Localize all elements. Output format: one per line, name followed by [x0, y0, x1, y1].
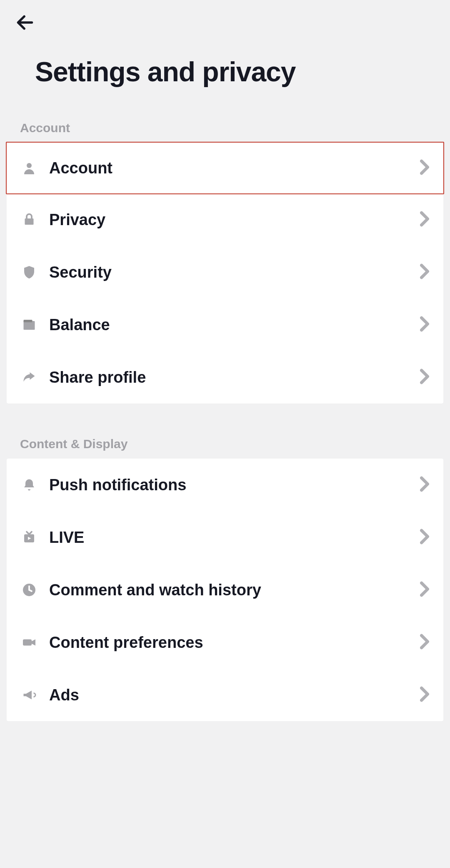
chevron-right-icon [420, 476, 429, 494]
row-label: Security [49, 263, 420, 281]
row-live[interactable]: LIVE [7, 511, 443, 564]
bell-icon [21, 477, 38, 493]
svg-rect-1 [25, 218, 34, 225]
person-icon [21, 160, 38, 176]
row-label: Comment and watch history [49, 581, 420, 599]
section-card-account: Account Privacy Security Balance [7, 142, 443, 404]
section-card-content-display: Push notifications LIVE Comment and watc… [7, 459, 443, 721]
page-title: Settings and privacy [35, 56, 435, 88]
row-label: LIVE [49, 529, 420, 547]
arrow-left-icon [16, 13, 34, 32]
row-label: Content preferences [49, 634, 420, 652]
row-content-preferences[interactable]: Content preferences [7, 616, 443, 669]
video-icon [21, 634, 38, 651]
lock-icon [21, 211, 38, 228]
chevron-right-icon [420, 316, 429, 334]
row-label: Ads [49, 686, 420, 704]
row-ads[interactable]: Ads [7, 669, 443, 721]
section-label-account: Account [20, 121, 450, 135]
live-icon [21, 529, 38, 546]
row-push-notifications[interactable]: Push notifications [7, 459, 443, 511]
chevron-right-icon [420, 369, 429, 386]
svg-rect-2 [24, 321, 35, 330]
row-comment-watch-history[interactable]: Comment and watch history [7, 564, 443, 616]
chevron-right-icon [420, 529, 429, 546]
shield-icon [21, 264, 38, 281]
row-label: Push notifications [49, 476, 420, 494]
wallet-icon [21, 316, 38, 333]
chevron-right-icon [420, 686, 429, 704]
row-balance[interactable]: Balance [7, 299, 443, 351]
chevron-right-icon [420, 263, 429, 281]
row-privacy[interactable]: Privacy [7, 193, 443, 246]
megaphone-icon [21, 687, 38, 703]
row-label: Balance [49, 316, 420, 334]
chevron-right-icon [420, 159, 429, 177]
section-label-content-display: Content & Display [20, 437, 450, 451]
back-button[interactable] [15, 13, 35, 33]
svg-point-0 [27, 163, 32, 168]
chevron-right-icon [420, 211, 429, 228]
clock-icon [21, 582, 38, 598]
chevron-right-icon [420, 634, 429, 651]
row-share-profile[interactable]: Share profile [7, 351, 443, 404]
svg-rect-6 [23, 640, 32, 646]
row-label: Privacy [49, 211, 420, 229]
chevron-right-icon [420, 581, 429, 599]
svg-rect-3 [24, 320, 32, 322]
share-icon [21, 369, 38, 386]
row-label: Account [49, 159, 420, 177]
row-account[interactable]: Account [6, 142, 444, 194]
row-security[interactable]: Security [7, 246, 443, 299]
row-label: Share profile [49, 369, 420, 386]
